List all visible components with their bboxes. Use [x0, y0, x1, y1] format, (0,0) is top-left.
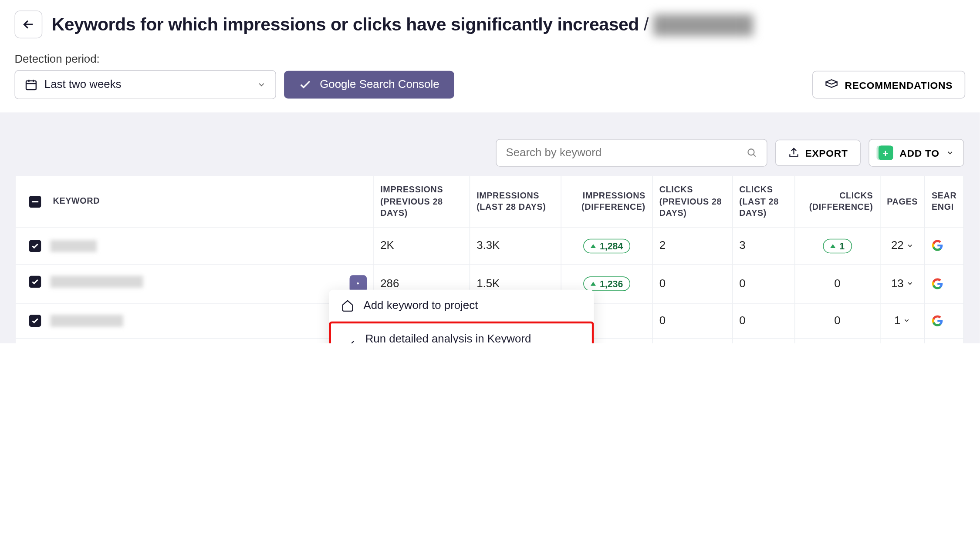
calendar-icon: [24, 78, 37, 91]
cell-pages[interactable]: 13: [880, 264, 925, 303]
google-icon: [932, 239, 956, 251]
cell-clicks-prev: 0: [652, 303, 733, 338]
cell-pages[interactable]: 1: [880, 303, 925, 338]
cell-clicks-diff: 1: [795, 227, 880, 264]
export-icon: [788, 147, 800, 158]
check-icon: [299, 78, 312, 91]
menu-run-analysis[interactable]: Run detailed analysis in Keyword Researc…: [329, 322, 594, 343]
cell-clicks-prev: 2: [652, 227, 733, 264]
cell-engine: [925, 227, 963, 264]
row-context-menu: Add keyword to project Run detailed anal…: [329, 290, 594, 343]
diff-pill: 1,284: [583, 238, 630, 253]
cell-clicks-diff: 0: [795, 264, 880, 303]
col-pages[interactable]: PAGES: [880, 176, 925, 227]
cell-clicks-prev: 0: [652, 264, 733, 303]
keyword-text-redacted: [51, 315, 123, 327]
google-icon: [932, 315, 956, 326]
google-icon: [932, 278, 956, 289]
recommendations-button[interactable]: RECOMMENDATIONS: [812, 71, 965, 99]
row-checkbox[interactable]: [29, 276, 41, 288]
cell-pages[interactable]: 22: [880, 227, 925, 264]
cell-engine: [925, 303, 963, 338]
cell-clicks-prev: 0: [652, 338, 733, 343]
col-imp-diff[interactable]: IMPRESSIONS (DIFFERENCE): [561, 176, 652, 227]
col-imp-prev[interactable]: IMPRESSIONS (PREVIOUS 28 DAYS): [373, 176, 470, 227]
key-icon: [343, 339, 356, 343]
cell-clicks-last: 1: [732, 338, 794, 343]
cell-pages[interactable]: 9: [880, 338, 925, 343]
row-checkbox[interactable]: [29, 240, 41, 252]
col-keyword[interactable]: KEYWORD: [16, 176, 373, 227]
plus-icon: +: [879, 145, 893, 160]
col-imp-last[interactable]: IMPRESSIONS (LAST 28 DAYS): [470, 176, 561, 227]
menu-add-to-project[interactable]: Add keyword to project: [329, 290, 594, 322]
home-icon: [341, 299, 354, 312]
cell-engine: [925, 338, 963, 343]
select-all-checkbox[interactable]: [29, 195, 41, 207]
recommendations-icon: [825, 78, 838, 91]
search-icon: [746, 147, 757, 158]
back-button[interactable]: [14, 10, 42, 38]
keyword-text-redacted: [51, 240, 97, 252]
page-title: Keywords for which impressions or clicks…: [52, 14, 753, 35]
cell-imp-prev: 2K: [373, 227, 470, 264]
chevron-down-icon: [257, 80, 266, 89]
cell-clicks-last: 0: [732, 264, 794, 303]
detection-period-dropdown[interactable]: Last two weeks: [14, 70, 276, 99]
detection-period-label: Detection period:: [14, 53, 965, 66]
table-row: 2K3.3K1,28423122: [16, 227, 963, 264]
arrow-left-icon: [21, 17, 36, 32]
diff-pill: 1,236: [583, 277, 630, 291]
cell-engine: [925, 264, 963, 303]
cell-clicks-last: 0: [732, 303, 794, 338]
chevron-down-icon: [946, 149, 954, 157]
svg-rect-0: [26, 81, 36, 90]
diff-pill: 1: [823, 238, 852, 253]
col-search-engine[interactable]: SEAR ENGI: [925, 176, 963, 227]
cell-clicks-diff: 1: [795, 338, 880, 343]
row-checkbox[interactable]: [29, 315, 41, 327]
keyword-text-redacted: [51, 276, 143, 288]
export-button[interactable]: EXPORT: [775, 140, 861, 166]
cell-imp-diff: 1,284: [561, 227, 652, 264]
col-clicks-last[interactable]: CLICKS (LAST 28 DAYS): [732, 176, 794, 227]
col-clicks-diff[interactable]: CLICKS (DIFFERENCE): [795, 176, 880, 227]
source-button[interactable]: Google Search Console: [284, 71, 454, 99]
search-input[interactable]: [506, 146, 746, 159]
cell-imp-last: 3.3K: [470, 227, 561, 264]
search-input-wrapper[interactable]: [496, 139, 767, 167]
add-to-button[interactable]: + ADD TO: [868, 139, 964, 167]
cell-clicks-last: 3: [732, 227, 794, 264]
cell-clicks-diff: 0: [795, 303, 880, 338]
col-clicks-prev[interactable]: CLICKS (PREVIOUS 28 DAYS): [652, 176, 733, 227]
svg-point-1: [748, 149, 754, 155]
detection-period-value: Last two weeks: [44, 78, 122, 91]
